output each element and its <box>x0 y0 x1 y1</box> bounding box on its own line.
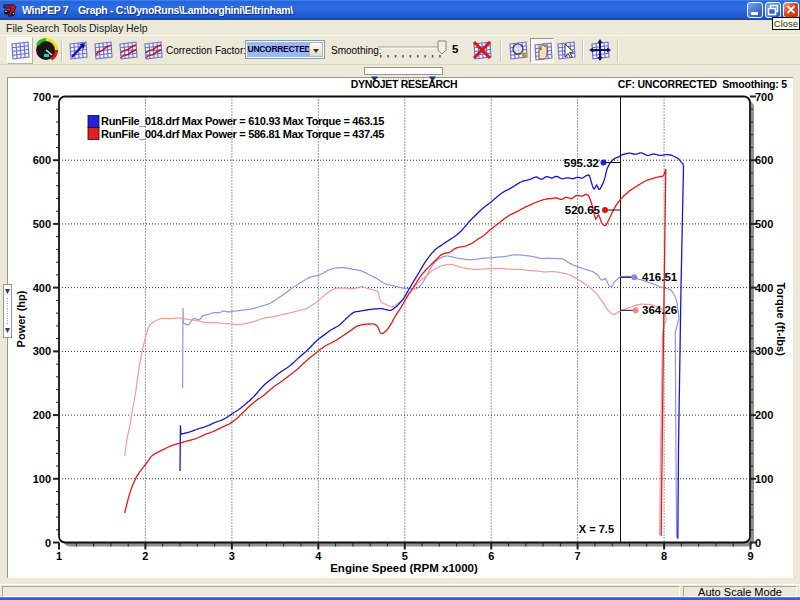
svg-text:5: 5 <box>402 550 408 562</box>
svg-text:8: 8 <box>661 550 667 562</box>
svg-text:595.32: 595.32 <box>564 157 599 169</box>
svg-text:4: 4 <box>315 550 322 562</box>
svg-text:7: 7 <box>575 550 581 562</box>
svg-text:0: 0 <box>45 537 51 549</box>
svg-text:RunFile_018.drf Max Power = 61: RunFile_018.drf Max Power = 610.93 Max T… <box>101 115 384 127</box>
svg-text:Power (hp): Power (hp) <box>15 290 27 347</box>
svg-text:300: 300 <box>33 345 51 357</box>
svg-text:416.51: 416.51 <box>642 271 678 283</box>
svg-text:6: 6 <box>488 550 494 562</box>
svg-text:200: 200 <box>33 409 51 421</box>
svg-text:Torque (ft-lbs): Torque (ft-lbs) <box>775 282 787 356</box>
svg-text:3: 3 <box>229 550 235 562</box>
svg-text:100: 100 <box>755 473 773 485</box>
svg-text:520.65: 520.65 <box>565 204 601 216</box>
svg-text:DYNOJET RESEARCH: DYNOJET RESEARCH <box>351 78 458 90</box>
svg-text:500: 500 <box>33 218 51 230</box>
svg-text:400: 400 <box>755 282 773 294</box>
svg-text:2: 2 <box>142 550 148 562</box>
svg-text:9: 9 <box>747 550 753 562</box>
svg-text:1: 1 <box>56 550 62 562</box>
svg-text:RunFile_004.drf Max Power = 58: RunFile_004.drf Max Power = 586.81 Max T… <box>101 128 384 140</box>
svg-text:600: 600 <box>33 154 51 166</box>
svg-text:100: 100 <box>33 473 51 485</box>
svg-text:Engine Speed (RPM x1000): Engine Speed (RPM x1000) <box>330 562 478 574</box>
svg-text:CF: UNCORRECTED Smoothing: 5: CF: UNCORRECTED Smoothing: 5 <box>618 78 788 90</box>
svg-text:500: 500 <box>755 218 773 230</box>
svg-text:700: 700 <box>755 91 773 103</box>
svg-text:300: 300 <box>755 345 773 357</box>
svg-text:364.26: 364.26 <box>642 304 677 316</box>
svg-text:600: 600 <box>755 154 773 166</box>
svg-text:400: 400 <box>33 282 51 294</box>
svg-text:X = 7.5: X = 7.5 <box>579 523 614 535</box>
svg-text:0: 0 <box>755 537 761 549</box>
svg-text:200: 200 <box>755 409 773 421</box>
svg-text:700: 700 <box>33 91 51 103</box>
